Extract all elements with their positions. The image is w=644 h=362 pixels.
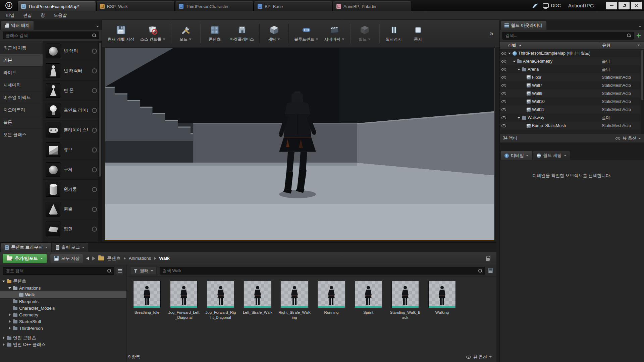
outliner-row[interactable]: Wall7 StaticMeshActo [500, 81, 641, 89]
place-actor-item[interactable]: 빈 캐릭터 [43, 61, 98, 81]
scrollbar-thumb[interactable] [641, 50, 643, 100]
editor-tab[interactable]: BP_Base [254, 1, 332, 11]
breadcrumb-item-current[interactable]: Walk [159, 256, 170, 261]
place-actor-item[interactable]: 빈 폰 [43, 81, 98, 101]
tab-options-icon[interactable] [639, 26, 641, 27]
tab-options-icon[interactable] [96, 26, 99, 27]
visibility-eye-icon[interactable] [500, 123, 508, 128]
asset-tile[interactable]: Left_Strafe_Walk [241, 281, 274, 320]
actor-info-icon[interactable] [92, 147, 97, 153]
expander-arrow-icon[interactable] [8, 300, 11, 303]
place-actor-item[interactable]: 플레이어 스타트 [43, 120, 98, 140]
folder-tree-row[interactable]: 엔진 C++ 클래스 [0, 341, 126, 348]
visibility-eye-icon[interactable] [500, 115, 508, 120]
asset-thumbnail[interactable] [428, 281, 456, 308]
place-actor-item[interactable]: 큐브 [43, 140, 98, 160]
modes-button[interactable]: 모드 [173, 21, 198, 46]
place-actor-item[interactable]: 원뿔 [43, 199, 98, 219]
folder-tree-row[interactable]: Animations [0, 285, 126, 291]
expander-arrow-icon[interactable] [2, 343, 5, 346]
asset-tile[interactable]: Walking [426, 281, 458, 320]
details-tab[interactable]: 월드 세팅 [533, 151, 570, 160]
expander-arrow-icon[interactable] [8, 306, 11, 310]
folder-tree-row[interactable]: Geometry [0, 311, 126, 318]
actor-info-icon[interactable] [92, 167, 97, 172]
actor-thumbnail-icon[interactable] [46, 103, 60, 118]
save-all-button[interactable]: 모두 저장 [50, 254, 84, 263]
expander-arrow-icon[interactable] [8, 320, 11, 323]
editor-tab[interactable]: ThirdPersonCharacter [175, 1, 254, 11]
details-tab[interactable]: 디테일 [501, 151, 532, 160]
outliner-row[interactable]: Arena 폴더 [500, 65, 641, 73]
bottom-dock-tab[interactable]: 콘텐츠 브라우저 [1, 243, 51, 252]
stop-button[interactable]: 중지 [406, 21, 430, 46]
path-search-input[interactable] [3, 268, 107, 273]
visibility-eye-icon[interactable] [500, 99, 508, 104]
asset-tile[interactable]: Breathing_Idle [131, 281, 163, 320]
actor-info-icon[interactable] [92, 227, 97, 232]
asset-search-input[interactable] [160, 268, 478, 273]
column-label[interactable]: 라벨 [500, 43, 600, 48]
outliner-row[interactable]: Bump_StaticMesh StaticMeshActo [500, 122, 641, 130]
folder-tree-row[interactable]: StarterStuff [0, 318, 126, 325]
expander-arrow-icon[interactable] [8, 286, 11, 290]
dropdown-caret-icon[interactable] [368, 39, 371, 40]
outliner-row[interactable]: ThirdPersonExampleMap (에디터월드) [500, 49, 641, 57]
place-actor-item[interactable]: 원기둥 [43, 180, 98, 199]
dropdown-caret-icon[interactable] [277, 39, 280, 40]
ddc-indicator[interactable]: DDC [543, 3, 561, 8]
visibility-eye-icon[interactable] [500, 107, 508, 112]
editor-tab[interactable]: AnimBP_Paladin [333, 1, 411, 11]
menu-item[interactable]: 파일 [1, 11, 19, 19]
actor-thumbnail-icon[interactable] [46, 202, 60, 217]
folder-tree-row[interactable]: 콘텐츠 [0, 278, 126, 285]
dropdown-caret-icon[interactable] [163, 39, 165, 40]
outliner-row[interactable]: Walkway 폴더 [500, 114, 641, 122]
place-actors-category[interactable]: 모든 클래스 [0, 129, 43, 141]
actor-info-icon[interactable] [92, 88, 97, 93]
settings-button[interactable]: 세팅 [262, 21, 286, 46]
menu-item[interactable]: 편집 [19, 11, 36, 19]
visibility-eye-icon[interactable] [500, 67, 508, 72]
navigate-back-icon[interactable] [86, 256, 89, 260]
expander-arrow-icon[interactable] [8, 313, 11, 316]
expander-arrow-icon[interactable] [517, 116, 521, 119]
actor-info-icon[interactable] [92, 49, 97, 54]
build-button[interactable]: 빌드 [353, 21, 377, 46]
place-actors-category[interactable]: 비주얼 이펙트 [0, 92, 43, 104]
actor-thumbnail-icon[interactable] [46, 63, 60, 78]
outliner-row[interactable]: Wall9 StaticMeshActo [500, 89, 641, 98]
breadcrumb-item[interactable]: Animations [129, 256, 151, 261]
place-actor-item[interactable]: 평면 [43, 219, 98, 239]
place-actors-category[interactable]: 라이트 [0, 67, 43, 79]
scrollbar-thumb[interactable] [99, 43, 101, 177]
visibility-eye-icon[interactable] [500, 59, 508, 64]
place-actors-category[interactable]: 볼륨 [0, 116, 43, 129]
folder-tree-row[interactable]: Walk [0, 291, 126, 298]
folder-tree-row[interactable]: ThirdPerson [0, 325, 126, 331]
save-search-icon[interactable] [488, 268, 493, 273]
outliner-view-options[interactable]: 뷰 옵션 [615, 135, 641, 141]
feather-icon[interactable] [532, 2, 538, 8]
visibility-eye-icon[interactable] [500, 51, 508, 56]
asset-thumbnail[interactable] [355, 281, 382, 308]
asset-thumbnail[interactable] [391, 281, 419, 308]
outliner-row[interactable]: Wall11 StaticMeshActo [500, 106, 641, 114]
expander-arrow-icon[interactable] [2, 280, 5, 283]
visibility-eye-icon[interactable] [500, 75, 508, 80]
dropdown-caret-icon[interactable] [189, 39, 192, 40]
outliner-search-input[interactable] [503, 33, 627, 38]
asset-thumbnail[interactable] [170, 281, 198, 308]
place-actors-category[interactable]: 최근 배치됨 [0, 42, 43, 54]
panel-splitter[interactable] [500, 142, 644, 150]
expander-arrow-icon[interactable] [522, 124, 525, 127]
expander-arrow-icon[interactable] [522, 92, 525, 95]
expander-arrow-icon[interactable] [517, 68, 521, 71]
asset-thumbnail[interactable] [281, 281, 308, 308]
dropdown-caret-icon[interactable] [316, 39, 318, 40]
actor-thumbnail-icon[interactable] [46, 142, 60, 157]
place-actors-category[interactable]: 시네마틱 [0, 79, 43, 92]
outliner-scrollbar[interactable] [641, 49, 644, 134]
outliner-row[interactable]: Floor StaticMeshActo [500, 73, 641, 81]
place-actors-scrollbar[interactable] [98, 41, 102, 242]
